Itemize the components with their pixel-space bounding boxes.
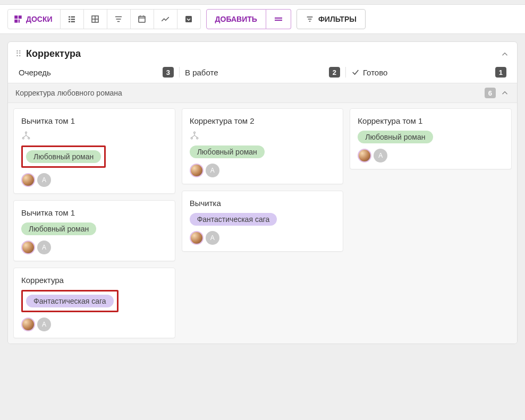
calendar-icon [137,14,147,24]
grid-icon [90,14,100,24]
column-title: В работе [185,68,218,77]
card-title: Вычитка том 1 [21,208,167,217]
svg-point-26 [26,132,27,133]
column-count-badge: 1 [495,67,506,78]
chevron-up-icon [500,49,510,59]
view-boards-button[interactable]: ДОСКИ [7,9,61,29]
group-right: 6 [485,88,510,98]
card-title: Корректура том 1 [358,116,504,125]
hierarchy-icon [190,131,199,140]
tag[interactable]: Любовный роман [26,150,101,163]
svg-rect-20 [185,16,192,22]
svg-rect-7 [71,19,75,20]
tag[interactable]: Фантастическая сага [26,295,114,307]
filters-label: ФИЛЬТРЫ [318,15,357,23]
avatar[interactable] [21,241,35,254]
column-header-inprogress[interactable]: В работе 2 [179,67,345,78]
board-header: ⠿ Корректура [8,42,517,64]
task-card[interactable]: Вычитка Фантастическая сага A [182,191,344,252]
column-count-badge: 3 [163,67,174,78]
view-list-button[interactable] [61,9,84,29]
svg-rect-5 [71,16,75,18]
columns-body: Вычитка том 1 Любовный роман A Вычитка т… [8,103,517,344]
filter-icon [306,15,314,23]
task-card[interactable]: Корректура том 2 Любовный роман A [182,108,344,184]
card-avatars: A [21,318,167,331]
svg-rect-4 [69,16,70,18]
view-boards-label: ДОСКИ [26,15,53,23]
menu-lines-icon [274,16,283,22]
avatar[interactable]: A [37,318,51,331]
column-header-queue[interactable]: Очередь 3 [13,67,179,78]
group-count-badge: 6 [485,88,496,98]
boards-icon [13,14,23,24]
svg-rect-3 [19,20,20,23]
svg-rect-2 [14,20,18,23]
top-toolbar: ДОСКИ ДОБАВИТЬ [0,4,525,34]
avatar[interactable] [21,173,35,187]
card-avatars: A [190,164,336,177]
avatar[interactable]: A [206,164,219,177]
column-title: Готово [351,68,387,77]
column-count-badge: 2 [329,67,340,78]
chart-icon [160,14,170,24]
task-card[interactable]: Вычитка том 1 Любовный роман A [13,200,175,261]
svg-rect-8 [69,21,70,22]
tag[interactable]: Любовный роман [190,145,265,158]
card-avatars: A [358,149,504,162]
view-switcher: ДОСКИ [7,9,201,29]
svg-point-30 [191,138,192,139]
add-dropdown-button[interactable] [266,9,291,29]
board: ⠿ Корректура Очередь 3 В работе 2 Готово… [7,41,518,344]
group-bar[interactable]: Корректура любовного романа 6 [8,83,517,103]
avatar[interactable]: A [206,231,219,245]
tag-highlight-box: Любовный роман [21,145,106,168]
view-grid-button[interactable] [84,9,107,29]
avatar[interactable] [358,149,371,162]
card-title: Вычитка [190,199,336,208]
svg-rect-6 [69,19,70,20]
svg-point-29 [193,132,195,133]
column-queue: Вычитка том 1 Любовный роман A Вычитка т… [13,108,175,338]
column-title: Очередь [19,68,51,77]
svg-point-28 [28,138,30,139]
avatar[interactable] [21,318,35,331]
task-card[interactable]: Корректура том 1 Любовный роман A [350,108,512,169]
hierarchy-icon [21,131,31,140]
tag[interactable]: Любовный роман [21,222,96,235]
columns-header: Очередь 3 В работе 2 Готово 1 [8,64,517,83]
check-icon [351,68,360,76]
tag-highlight-box: Фантастическая сага [21,290,118,312]
archive-icon [184,14,193,24]
drag-handle-icon[interactable]: ⠿ [15,49,22,59]
filters-button[interactable]: ФИЛЬТРЫ [297,9,366,29]
avatar[interactable] [190,231,204,245]
svg-rect-0 [14,15,18,19]
avatar[interactable]: A [37,173,51,187]
tag[interactable]: Любовный роман [358,131,433,143]
board-collapse-button[interactable] [500,49,510,59]
task-card[interactable]: Корректура Фантастическая сага A [13,268,175,338]
view-chart-button[interactable] [154,9,177,29]
svg-rect-9 [71,21,75,22]
svg-rect-1 [19,15,22,19]
card-avatars: A [190,231,336,245]
view-calendar-button[interactable] [131,9,154,29]
add-button-group: ДОБАВИТЬ [206,9,291,29]
card-title: Корректура том 2 [190,116,336,125]
avatar[interactable]: A [374,149,387,162]
card-tree-icon-row [21,131,167,140]
card-title: Корректура [21,276,167,285]
view-archive-button[interactable] [177,9,201,29]
add-button[interactable]: ДОБАВИТЬ [206,9,266,29]
view-sort-button[interactable] [107,9,131,29]
card-avatars: A [21,241,167,254]
add-button-label: ДОБАВИТЬ [215,15,257,23]
avatar[interactable] [190,164,204,177]
avatar[interactable]: A [37,241,51,254]
chevron-up-icon[interactable] [500,88,510,98]
task-card[interactable]: Вычитка том 1 Любовный роман A [13,108,175,194]
card-avatars: A [21,173,167,187]
column-header-done[interactable]: Готово 1 [345,67,512,78]
tag[interactable]: Фантастическая сага [190,213,277,226]
